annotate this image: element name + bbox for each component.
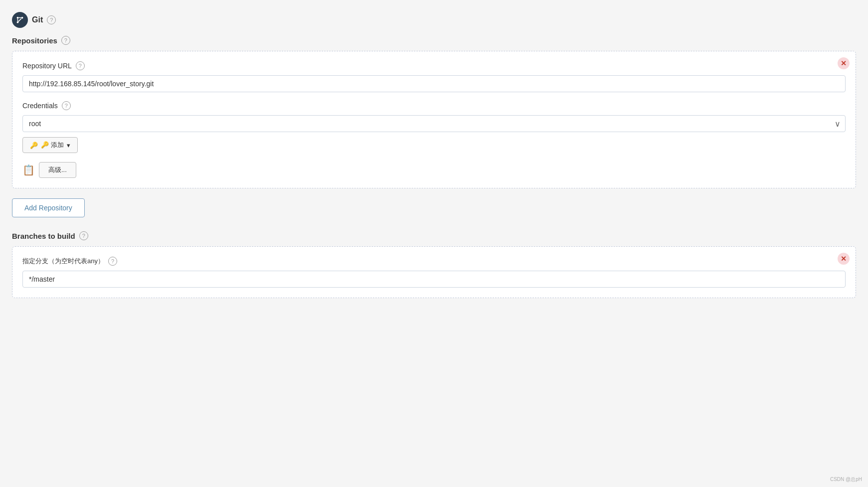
repository-url-input[interactable] [22, 75, 846, 92]
branches-title: Branches to build [12, 232, 75, 240]
branch-field-help-icon[interactable]: ? [108, 257, 117, 266]
add-chevron-icon: ▾ [67, 142, 70, 149]
repository-url-help-icon[interactable]: ? [76, 61, 85, 70]
credentials-label: Credentials ? [22, 101, 846, 110]
repositories-header: Repositories ? [12, 36, 856, 45]
footer-text: CSDN @总pH [830, 476, 862, 483]
main-content: Repositories ? ✕ Repository URL ? Creden… [0, 36, 868, 298]
header-bar: Git ? [0, 8, 868, 36]
credentials-section: Credentials ? root ∨ 🔑 🔑 添加 ▾ [22, 101, 846, 153]
remove-repository-button[interactable]: ✕ [838, 57, 850, 69]
branches-section: Branches to build ? ✕ 指定分支（为空时代表any） ? [12, 231, 856, 298]
credentials-select[interactable]: root [22, 115, 846, 132]
svg-point-0 [17, 17, 19, 19]
branch-input[interactable] [22, 271, 846, 288]
repository-card: ✕ Repository URL ? Credentials ? root ∨ [12, 51, 856, 188]
svg-line-5 [18, 18, 21, 21]
branches-help-icon[interactable]: ? [79, 231, 88, 240]
branch-card: ✕ 指定分支（为空时代表any） ? [12, 246, 856, 298]
credentials-help-icon[interactable]: ? [62, 101, 71, 110]
header-help-icon[interactable]: ? [47, 15, 56, 24]
notebook-icon: 📋 [22, 164, 35, 176]
branch-field-label: 指定分支（为空时代表any） ? [22, 257, 846, 266]
page-container: Git ? Repositories ? ✕ Repository URL ? … [0, 0, 868, 487]
add-repository-button[interactable]: Add Repository [12, 198, 85, 217]
key-icon: 🔑 [30, 142, 38, 149]
credentials-select-wrapper: root ∨ [22, 115, 846, 132]
repositories-help-icon[interactable]: ? [61, 36, 70, 45]
repository-url-label: Repository URL ? [22, 61, 846, 70]
page-title: Git [32, 15, 43, 24]
add-credentials-button[interactable]: 🔑 🔑 添加 ▾ [22, 137, 78, 153]
remove-branch-button[interactable]: ✕ [838, 253, 850, 265]
git-icon [12, 12, 28, 28]
advanced-section: 📋 高级... [22, 162, 846, 178]
branches-header: Branches to build ? [12, 231, 856, 240]
repositories-title: Repositories [12, 36, 57, 45]
advanced-button[interactable]: 高级... [39, 162, 76, 178]
svg-point-2 [17, 21, 19, 23]
svg-point-1 [21, 17, 23, 19]
